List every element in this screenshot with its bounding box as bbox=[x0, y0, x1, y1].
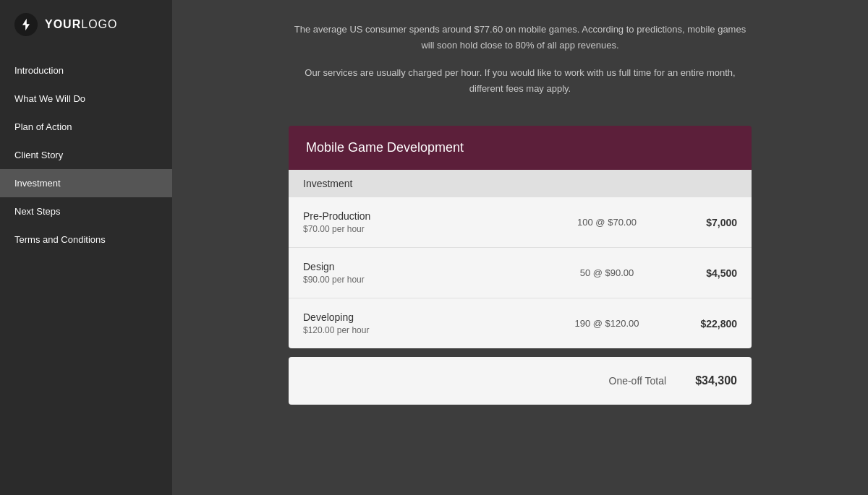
logo-icon bbox=[14, 13, 38, 36]
sidebar-item-plan-of-action[interactable]: Plan of Action bbox=[0, 113, 172, 141]
line-item-design: Design $90.00 per hour 50 @ $90.00 $4,50… bbox=[289, 248, 752, 298]
line-item-rate-pre-production: $70.00 per hour bbox=[303, 224, 549, 234]
intro-paragraph-2: Our services are usually charged per hou… bbox=[289, 65, 752, 97]
card-header: Mobile Game Development bbox=[289, 126, 752, 170]
line-item-name-developing: Developing bbox=[303, 311, 549, 323]
sidebar-item-introduction[interactable]: Introduction bbox=[0, 56, 172, 85]
total-amount: $34,300 bbox=[695, 374, 737, 387]
sidebar-navigation: Introduction What We Will Do Plan of Act… bbox=[0, 56, 172, 254]
investment-card: Mobile Game Development Investment Pre-P… bbox=[289, 126, 752, 348]
line-item-name-design: Design bbox=[303, 261, 549, 272]
intro-paragraph-1: The average US consumer spends around $7… bbox=[289, 22, 752, 53]
logo-area: YOURLOGO bbox=[0, 0, 172, 49]
investment-label: Investment bbox=[303, 178, 352, 189]
line-item-developing: Developing $120.00 per hour 190 @ $120.0… bbox=[289, 298, 752, 348]
sidebar-item-client-story[interactable]: Client Story bbox=[0, 141, 172, 169]
line-item-name-pre-production: Pre-Production bbox=[303, 210, 549, 222]
svg-marker-0 bbox=[22, 19, 30, 31]
main-content: The average US consumer spends around $7… bbox=[172, 0, 868, 495]
sidebar-item-terms-and-conditions[interactable]: Terms and Conditions bbox=[0, 225, 172, 254]
sidebar-item-investment[interactable]: Investment bbox=[0, 169, 172, 197]
line-item-left-pre-production: Pre-Production $70.00 per hour bbox=[303, 210, 549, 234]
sidebar: YOURLOGO Introduction What We Will Do Pl… bbox=[0, 0, 172, 495]
investment-label-row: Investment bbox=[289, 170, 752, 197]
total-label: One-off Total bbox=[609, 375, 667, 387]
line-item-rate-design: $90.00 per hour bbox=[303, 275, 549, 285]
line-item-total-developing: $22,800 bbox=[665, 318, 737, 330]
line-item-left-developing: Developing $120.00 per hour bbox=[303, 311, 549, 335]
investment-card-container: Mobile Game Development Investment Pre-P… bbox=[289, 126, 752, 405]
logo-text: YOURLOGO bbox=[45, 18, 117, 31]
line-item-qty-design: 50 @ $90.00 bbox=[549, 267, 665, 278]
sidebar-item-next-steps[interactable]: Next Steps bbox=[0, 197, 172, 225]
sidebar-item-what-we-will-do[interactable]: What We Will Do bbox=[0, 85, 172, 113]
line-item-qty-developing: 190 @ $120.00 bbox=[549, 318, 665, 329]
line-item-pre-production: Pre-Production $70.00 per hour 100 @ $70… bbox=[289, 197, 752, 248]
line-item-total-design: $4,500 bbox=[665, 267, 737, 279]
card-body: Investment Pre-Production $70.00 per hou… bbox=[289, 170, 752, 348]
line-item-qty-pre-production: 100 @ $70.00 bbox=[549, 217, 665, 228]
total-card: One-off Total $34,300 bbox=[289, 357, 752, 405]
card-title: Mobile Game Development bbox=[306, 140, 464, 155]
intro-section: The average US consumer spends around $7… bbox=[289, 22, 752, 97]
line-item-left-design: Design $90.00 per hour bbox=[303, 261, 549, 285]
line-item-total-pre-production: $7,000 bbox=[665, 217, 737, 228]
line-item-rate-developing: $120.00 per hour bbox=[303, 325, 549, 335]
